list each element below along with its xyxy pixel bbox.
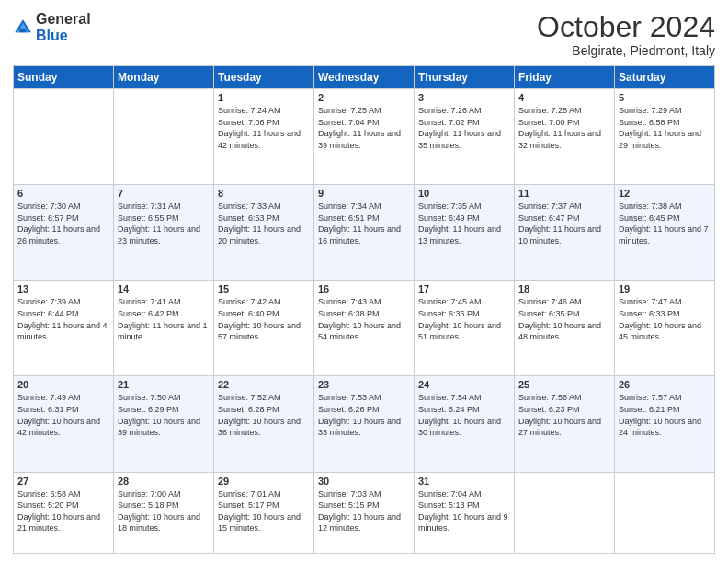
day-number: 9 <box>318 188 410 199</box>
day-number: 31 <box>418 476 510 487</box>
day-info: Sunrise: 7:38 AM Sunset: 6:45 PM Dayligh… <box>619 201 711 247</box>
calendar-day <box>615 472 715 554</box>
day-number: 8 <box>218 188 310 199</box>
day-number: 22 <box>218 379 310 390</box>
column-header-tuesday: Tuesday <box>214 66 314 89</box>
calendar-day: 21Sunrise: 7:50 AM Sunset: 6:29 PM Dayli… <box>114 376 214 472</box>
calendar-day: 30Sunrise: 7:03 AM Sunset: 5:15 PM Dayli… <box>314 472 415 554</box>
day-number: 5 <box>619 92 711 103</box>
day-info: Sunrise: 7:43 AM Sunset: 6:38 PM Dayligh… <box>318 296 410 342</box>
calendar-day: 25Sunrise: 7:56 AM Sunset: 6:23 PM Dayli… <box>515 376 615 472</box>
day-info: Sunrise: 7:34 AM Sunset: 6:51 PM Dayligh… <box>318 201 410 247</box>
calendar-day: 5Sunrise: 7:29 AM Sunset: 6:58 PM Daylig… <box>615 89 715 185</box>
day-number: 27 <box>17 476 109 487</box>
calendar-day: 23Sunrise: 7:53 AM Sunset: 6:26 PM Dayli… <box>314 376 415 472</box>
column-header-monday: Monday <box>114 66 214 89</box>
calendar-header-row: SundayMondayTuesdayWednesdayThursdayFrid… <box>14 66 715 89</box>
day-number: 17 <box>418 283 510 294</box>
day-number: 21 <box>118 379 210 390</box>
calendar-week-row: 27Sunrise: 6:58 AM Sunset: 5:20 PM Dayli… <box>14 472 715 554</box>
header: General Blue October 2024 Belgirate, Pie… <box>13 11 715 58</box>
day-number: 12 <box>619 188 711 199</box>
day-info: Sunrise: 7:30 AM Sunset: 6:57 PM Dayligh… <box>17 201 109 247</box>
day-info: Sunrise: 7:24 AM Sunset: 7:06 PM Dayligh… <box>218 105 310 151</box>
calendar-day: 19Sunrise: 7:47 AM Sunset: 6:33 PM Dayli… <box>615 281 715 376</box>
calendar-day: 8Sunrise: 7:33 AM Sunset: 6:53 PM Daylig… <box>214 185 314 281</box>
day-number: 20 <box>17 379 109 390</box>
column-header-thursday: Thursday <box>415 66 515 89</box>
calendar-day: 9Sunrise: 7:34 AM Sunset: 6:51 PM Daylig… <box>314 185 415 281</box>
column-header-friday: Friday <box>515 66 615 89</box>
day-number: 30 <box>318 476 410 487</box>
day-info: Sunrise: 7:28 AM Sunset: 7:00 PM Dayligh… <box>518 105 610 151</box>
calendar-day: 12Sunrise: 7:38 AM Sunset: 6:45 PM Dayli… <box>615 185 715 281</box>
calendar-day: 4Sunrise: 7:28 AM Sunset: 7:00 PM Daylig… <box>515 89 615 185</box>
calendar-day <box>515 472 615 554</box>
day-number: 18 <box>518 283 610 294</box>
day-number: 14 <box>118 283 210 294</box>
logo-text: General Blue <box>36 11 91 43</box>
calendar-day: 13Sunrise: 7:39 AM Sunset: 6:44 PM Dayli… <box>14 281 114 376</box>
calendar-day: 11Sunrise: 7:37 AM Sunset: 6:47 PM Dayli… <box>515 185 615 281</box>
day-info: Sunrise: 7:04 AM Sunset: 5:13 PM Dayligh… <box>418 488 510 534</box>
day-number: 26 <box>619 379 711 390</box>
day-info: Sunrise: 7:47 AM Sunset: 6:33 PM Dayligh… <box>619 296 711 342</box>
calendar-day: 6Sunrise: 7:30 AM Sunset: 6:57 PM Daylig… <box>14 185 114 281</box>
calendar-day: 2Sunrise: 7:25 AM Sunset: 7:04 PM Daylig… <box>314 89 415 185</box>
title-block: October 2024 Belgirate, Piedmont, Italy <box>537 11 715 58</box>
calendar-week-row: 1Sunrise: 7:24 AM Sunset: 7:06 PM Daylig… <box>14 89 715 185</box>
day-number: 16 <box>318 283 410 294</box>
day-number: 10 <box>418 188 510 199</box>
day-number: 2 <box>318 92 410 103</box>
calendar-day <box>114 89 214 185</box>
logo: General Blue <box>13 11 91 43</box>
month-title: October 2024 <box>537 11 715 43</box>
day-info: Sunrise: 7:01 AM Sunset: 5:17 PM Dayligh… <box>218 488 310 534</box>
day-number: 25 <box>518 379 610 390</box>
column-header-saturday: Saturday <box>615 66 715 89</box>
day-info: Sunrise: 7:46 AM Sunset: 6:35 PM Dayligh… <box>518 296 610 342</box>
day-info: Sunrise: 7:26 AM Sunset: 7:02 PM Dayligh… <box>418 105 510 151</box>
day-info: Sunrise: 7:03 AM Sunset: 5:15 PM Dayligh… <box>318 488 410 534</box>
day-info: Sunrise: 7:49 AM Sunset: 6:31 PM Dayligh… <box>17 392 109 438</box>
calendar-day: 24Sunrise: 7:54 AM Sunset: 6:24 PM Dayli… <box>415 376 515 472</box>
calendar-day: 17Sunrise: 7:45 AM Sunset: 6:36 PM Dayli… <box>415 281 515 376</box>
calendar-week-row: 6Sunrise: 7:30 AM Sunset: 6:57 PM Daylig… <box>14 185 715 281</box>
calendar-day: 20Sunrise: 7:49 AM Sunset: 6:31 PM Dayli… <box>14 376 114 472</box>
day-number: 28 <box>118 476 210 487</box>
day-info: Sunrise: 7:57 AM Sunset: 6:21 PM Dayligh… <box>619 392 711 438</box>
day-number: 6 <box>17 188 109 199</box>
calendar-day <box>14 89 114 185</box>
calendar-day: 14Sunrise: 7:41 AM Sunset: 6:42 PM Dayli… <box>114 281 214 376</box>
day-number: 11 <box>518 188 610 199</box>
calendar-day: 27Sunrise: 6:58 AM Sunset: 5:20 PM Dayli… <box>14 472 114 554</box>
day-info: Sunrise: 7:25 AM Sunset: 7:04 PM Dayligh… <box>318 105 410 151</box>
column-header-wednesday: Wednesday <box>314 66 415 89</box>
calendar-week-row: 13Sunrise: 7:39 AM Sunset: 6:44 PM Dayli… <box>14 281 715 376</box>
day-number: 29 <box>218 476 310 487</box>
day-number: 7 <box>118 188 210 199</box>
calendar-day: 31Sunrise: 7:04 AM Sunset: 5:13 PM Dayli… <box>415 472 515 554</box>
day-info: Sunrise: 7:56 AM Sunset: 6:23 PM Dayligh… <box>518 392 610 438</box>
calendar-day: 16Sunrise: 7:43 AM Sunset: 6:38 PM Dayli… <box>314 281 415 376</box>
calendar-day: 15Sunrise: 7:42 AM Sunset: 6:40 PM Dayli… <box>214 281 314 376</box>
calendar-day: 22Sunrise: 7:52 AM Sunset: 6:28 PM Dayli… <box>214 376 314 472</box>
logo-icon <box>13 17 33 38</box>
day-number: 19 <box>619 283 711 294</box>
calendar-day: 18Sunrise: 7:46 AM Sunset: 6:35 PM Dayli… <box>515 281 615 376</box>
svg-rect-2 <box>19 28 26 31</box>
calendar-week-row: 20Sunrise: 7:49 AM Sunset: 6:31 PM Dayli… <box>14 376 715 472</box>
calendar-day: 26Sunrise: 7:57 AM Sunset: 6:21 PM Dayli… <box>615 376 715 472</box>
day-info: Sunrise: 7:35 AM Sunset: 6:49 PM Dayligh… <box>418 201 510 247</box>
day-number: 13 <box>17 283 109 294</box>
calendar-day: 10Sunrise: 7:35 AM Sunset: 6:49 PM Dayli… <box>415 185 515 281</box>
day-info: Sunrise: 7:50 AM Sunset: 6:29 PM Dayligh… <box>118 392 210 438</box>
location: Belgirate, Piedmont, Italy <box>537 43 715 58</box>
day-info: Sunrise: 7:45 AM Sunset: 6:36 PM Dayligh… <box>418 296 510 342</box>
day-info: Sunrise: 7:52 AM Sunset: 6:28 PM Dayligh… <box>218 392 310 438</box>
day-info: Sunrise: 7:53 AM Sunset: 6:26 PM Dayligh… <box>318 392 410 438</box>
column-header-sunday: Sunday <box>14 66 114 89</box>
calendar: SundayMondayTuesdayWednesdayThursdayFrid… <box>13 65 715 554</box>
calendar-day: 3Sunrise: 7:26 AM Sunset: 7:02 PM Daylig… <box>415 89 515 185</box>
calendar-day: 29Sunrise: 7:01 AM Sunset: 5:17 PM Dayli… <box>214 472 314 554</box>
